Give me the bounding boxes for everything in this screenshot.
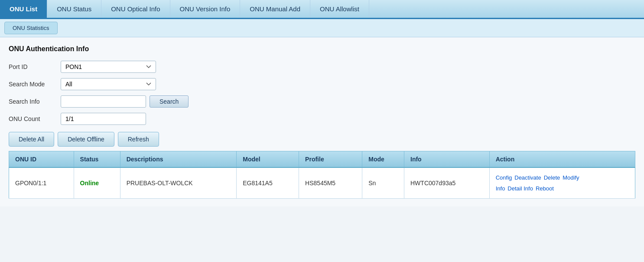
descriptions-cell: PRUEBAS-OLT-WOLCK <box>120 167 237 199</box>
table-header-row: ONU IDStatusDescriptionsModelProfileMode… <box>9 151 635 168</box>
top-nav-tab-onu-version-info[interactable]: ONU Version Info <box>170 0 241 18</box>
sub-nav-tab-onu-statistics[interactable]: ONU Statistics <box>4 22 58 34</box>
search-info-label: Search Info <box>9 98 61 105</box>
table-body: GPON0/1:1OnlinePRUEBAS-OLT-WOLCKEG8141A5… <box>9 167 635 199</box>
action-link-deactivate[interactable]: Deactivate <box>514 174 541 181</box>
col-header-model: Model <box>237 151 299 168</box>
col-header-onu-id: ONU ID <box>9 151 74 168</box>
action-link-info[interactable]: Info <box>496 185 505 192</box>
refresh-button[interactable]: Refresh <box>118 132 159 147</box>
search-button[interactable]: Search <box>150 95 189 108</box>
col-header-status: Status <box>74 151 120 168</box>
form-area: Port ID PON1PON2PON3PON4 Search Mode All… <box>9 61 635 125</box>
top-nav-tab-onu-allowlist[interactable]: ONU Allowlist <box>310 0 369 18</box>
port-id-label: Port ID <box>9 63 61 70</box>
action-link-delete[interactable]: Delete <box>544 174 560 181</box>
sub-nav: ONU Statistics <box>0 19 644 37</box>
table-row: GPON0/1:1OnlinePRUEBAS-OLT-WOLCKEG8141A5… <box>9 167 635 199</box>
search-mode-label: Search Mode <box>9 81 61 88</box>
top-nav-tab-onu-status[interactable]: ONU Status <box>47 0 101 18</box>
page-title: ONU Authentication Info <box>9 45 635 53</box>
port-id-row: Port ID PON1PON2PON3PON4 <box>9 61 635 73</box>
main-content: ONU Authentication Info Port ID PON1PON2… <box>0 37 644 206</box>
action-link-config[interactable]: Config <box>496 174 512 181</box>
col-header-info: Info <box>404 151 490 168</box>
delete-all-button[interactable]: Delete All <box>9 132 54 147</box>
info-cell: HWTC007d93a5 <box>404 167 490 199</box>
col-header-descriptions: Descriptions <box>120 151 237 168</box>
col-header-mode: Mode <box>362 151 404 168</box>
onu-count-input: 1/1 <box>61 113 146 125</box>
action-buttons-group: Delete All Delete Offline Refresh <box>9 132 635 147</box>
col-header-profile: Profile <box>299 151 362 168</box>
action-link-reboot[interactable]: Reboot <box>536 185 554 192</box>
delete-offline-button[interactable]: Delete Offline <box>58 132 114 147</box>
top-nav-tab-onu-list[interactable]: ONU List <box>0 0 47 18</box>
onu-table: ONU IDStatusDescriptionsModelProfileMode… <box>9 151 635 199</box>
port-id-select[interactable]: PON1PON2PON3PON4 <box>61 61 156 73</box>
col-header-action: Action <box>489 151 635 168</box>
profile-cell: HS8545M5 <box>299 167 362 199</box>
action-link-detail-info[interactable]: Detail Info <box>507 185 533 192</box>
status-cell: Online <box>74 167 120 199</box>
onu-id-cell: GPON0/1:1 <box>9 167 74 199</box>
mode-cell: Sn <box>362 167 404 199</box>
search-info-row: Search Info Search <box>9 95 635 108</box>
status-badge: Online <box>80 180 99 187</box>
top-nav-tab-onu-manual-add[interactable]: ONU Manual Add <box>240 0 310 18</box>
model-cell: EG8141A5 <box>237 167 299 199</box>
onu-count-row: ONU Count 1/1 <box>9 113 635 125</box>
action-link-modify[interactable]: Modify <box>563 174 579 181</box>
search-mode-row: Search Mode AllONU IDMACSN <box>9 78 635 90</box>
search-mode-select[interactable]: AllONU IDMACSN <box>61 78 156 90</box>
onu-count-label: ONU Count <box>9 115 61 122</box>
top-nav-tab-onu-optical-info[interactable]: ONU Optical Info <box>101 0 170 18</box>
top-nav: ONU ListONU StatusONU Optical InfoONU Ve… <box>0 0 644 19</box>
action-cell: ConfigDeactivateDeleteModifyInfoDetail I… <box>489 167 635 199</box>
search-info-input[interactable] <box>61 95 146 108</box>
